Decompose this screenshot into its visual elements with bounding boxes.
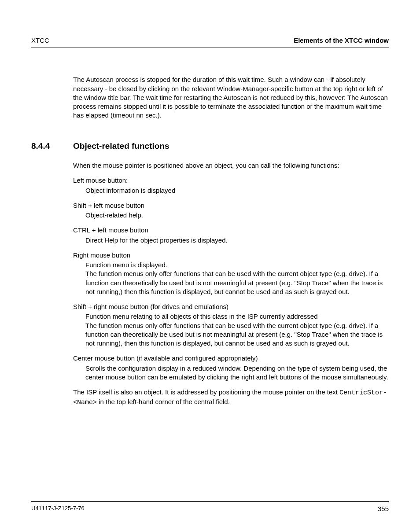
definition-desc: Direct Help for the object properties is… [85,236,389,245]
closing-text-2: in the top left-hand corner of the centr… [97,398,230,405]
definition-term: CTRL + left mouse button [73,226,389,235]
header-left: XTCC [31,36,49,45]
definition-desc: Function menu relating to all objects of… [85,312,389,348]
header-rule [31,48,389,48]
definition-item: Right mouse button Function menu is disp… [73,251,389,296]
definition-item: Shift + left mouse button Object-related… [73,201,389,220]
definition-item: Shift + right mouse button (for drives a… [73,302,389,348]
definition-term: Right mouse button [73,251,389,260]
lead-paragraph: When the mouse pointer is positioned abo… [73,161,389,170]
page-footer: U41117-J-Z125-7-76 355 [31,504,389,513]
section-title: Object-related functions [73,140,169,152]
definition-term: Shift + right mouse button (for drives a… [73,302,389,311]
body-content: When the mouse pointer is positioned abo… [73,161,389,408]
page-number: 355 [378,504,389,513]
footer-rule [31,501,389,502]
definition-term: Shift + left mouse button [73,201,389,210]
definition-item: CTRL + left mouse button Direct Help for… [73,226,389,245]
footer-left: U41117-J-Z125-7-76 [31,504,85,513]
definition-desc: Scrolls the configuration display in a r… [85,364,389,382]
definition-item: Left mouse button: Object information is… [73,176,389,195]
header-right: Elements of the XTCC window [294,36,389,45]
intro-paragraph: The Autoscan process is stopped for the … [73,75,389,120]
definition-item: Center mouse button (if available and co… [73,354,389,382]
definition-term: Center mouse button (if available and co… [73,354,389,363]
section-number: 8.4.4 [31,140,73,152]
closing-paragraph: The ISP itself is also an object. It is … [73,388,389,408]
definition-desc: Function menu is displayed.The function … [85,261,389,296]
page-header: XTCC Elements of the XTCC window [31,36,389,45]
closing-text-1: The ISP itself is also an object. It is … [73,388,339,396]
definition-desc: Object information is displayed [85,186,389,195]
definition-term: Left mouse button: [73,176,389,185]
section-heading: 8.4.4 Object-related functions [31,140,389,152]
definition-desc: Object-related help. [85,211,389,220]
